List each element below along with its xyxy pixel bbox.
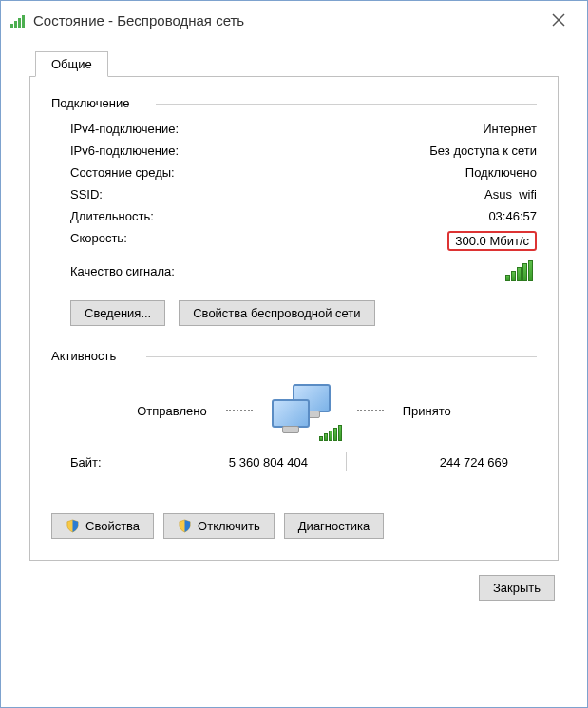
media-value: Подключено [465,165,537,180]
ipv6-value: Без доступа к сети [429,144,537,158]
divider [156,104,537,105]
details-button[interactable]: Сведения... [70,300,165,326]
dialog-footer: Закрыть [29,562,559,601]
tab-general[interactable]: Общие [35,51,108,77]
activity-group: Активность Отправлено Принято [51,349,537,477]
bytes-received-value: 244 724 669 [356,455,537,469]
wifi-signal-icon [10,12,26,28]
media-row: Состояние среды: Подключено [51,162,537,183]
close-icon [552,13,565,27]
ipv4-row: IPv4-подключение: Интернет [51,118,537,140]
ipv4-label: IPv4-подключение: [70,122,179,136]
shield-icon [66,519,80,533]
sent-label: Отправлено [137,404,206,418]
speed-row: Скорость: 300.0 Мбит/с [51,227,537,255]
wireless-properties-button[interactable]: Свойства беспроводной сети [179,300,374,326]
ipv6-row: IPv6-подключение: Без доступа к сети [51,140,537,162]
connection-buttons: Сведения... Свойства беспроводной сети [51,287,537,330]
bottom-buttons: Свойства Отключить Диагностика [51,496,537,539]
properties-button-label: Свойства [85,519,140,533]
duration-row: Длительность: 03:46:57 [51,205,537,227]
signal-strength-icon [504,260,533,281]
speed-value-wrap: 300.0 Мбит/с [447,231,537,251]
ssid-value: Asus_wifi [484,187,537,201]
dialog-content: Общие Подключение IPv4-подключение: Инте… [1,39,587,620]
network-activity-icon [272,382,338,439]
shield-icon [178,519,192,533]
divider [146,356,537,357]
speed-value: 300.0 Мбит/с [447,231,537,251]
duration-value: 03:46:57 [488,209,537,223]
close-button[interactable] [540,6,578,34]
connection-group-label: Подключение [51,96,537,110]
disable-button[interactable]: Отключить [163,513,275,539]
close-dialog-button[interactable]: Закрыть [479,575,555,601]
disable-button-label: Отключить [198,519,260,533]
bytes-label: Байт: [70,455,156,469]
connection-group-text: Подключение [51,96,129,110]
received-label: Принято [403,404,451,418]
media-label: Состояние среды: [70,165,175,180]
window-title: Состояние - Беспроводная сеть [33,12,244,29]
activity-visual: Отправлено Принято [51,371,537,447]
bytes-row: Байт: 5 360 804 404 244 724 669 [51,447,537,477]
ssid-label: SSID: [70,187,103,201]
tab-panel: Подключение IPv4-подключение: Интернет I… [29,76,559,561]
ipv4-value: Интернет [483,122,537,136]
duration-label: Длительность: [70,209,154,223]
activity-group-text: Активность [51,349,116,363]
properties-button[interactable]: Свойства [51,513,154,539]
diagnose-button[interactable]: Диагностика [284,513,384,539]
speed-label: Скорость: [70,231,127,251]
tab-bar: Общие [29,48,559,77]
divider [346,452,347,471]
network-status-dialog: Состояние - Беспроводная сеть Общие Подк… [0,0,588,708]
connection-group: Подключение IPv4-подключение: Интернет I… [51,96,537,330]
signal-row: Качество сигнала: [51,255,537,287]
ssid-row: SSID: Asus_wifi [51,183,537,205]
signal-label: Качество сигнала: [70,264,175,278]
activity-group-label: Активность [51,349,537,363]
divider-dash [357,410,384,411]
divider-dash [226,410,253,411]
titlebar: Состояние - Беспроводная сеть [1,1,587,39]
ipv6-label: IPv6-подключение: [70,144,179,158]
bytes-sent-value: 5 360 804 404 [156,455,336,469]
